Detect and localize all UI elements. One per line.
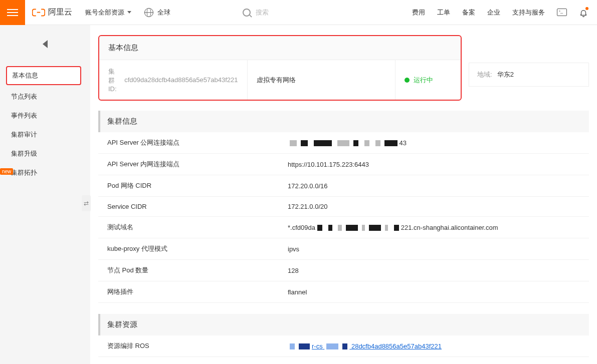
- sidebar-item-topology[interactable]: new 集群拓扑: [0, 163, 90, 182]
- sidebar-item-basic-info[interactable]: 基本信息: [6, 66, 81, 85]
- sidebar-item-node-list[interactable]: 节点列表: [0, 87, 90, 106]
- cluster-id-cell: 集群ID: cfd09da28dcfb4ad8856a5e57ab43f221: [99, 60, 248, 100]
- new-badge: new: [0, 168, 13, 175]
- menu-toggle[interactable]: [0, 0, 25, 25]
- network-type-cell: 虚拟专有网络: [248, 60, 396, 100]
- search-icon: [243, 9, 251, 17]
- row-kube-proxy: kube-proxy 代理模式ipvs: [98, 238, 589, 260]
- cluster-resources-title: 集群资源: [98, 314, 589, 335]
- cluster-info-section: 集群信息 API Server 公网连接端点 43 API Server 内网连…: [98, 111, 589, 303]
- status-dot-icon: [405, 78, 410, 83]
- sidebar-item-event-list[interactable]: 事件列表: [0, 106, 90, 125]
- row-service-cidr: Service CIDR172.21.0.0/20: [98, 197, 589, 217]
- status-cell: 运行中: [395, 60, 461, 100]
- chevron-down-icon: [127, 11, 131, 14]
- region-selector[interactable]: 全球: [137, 8, 177, 17]
- region-box: 地域: 华东2: [469, 63, 589, 87]
- sidebar-item-audit[interactable]: 集群审计: [0, 125, 90, 144]
- notification-dot: [585, 7, 588, 10]
- row-test-domain: 测试域名 *.cfd09da 221.cn-shanghai.alicontai…: [98, 217, 589, 238]
- logo[interactable]: 阿里云: [25, 6, 79, 19]
- sidebar-collapse[interactable]: ⇄: [82, 195, 91, 211]
- logo-text: 阿里云: [48, 7, 72, 18]
- row-public-endpoint: API Server 公网连接端点 43: [98, 132, 589, 154]
- logo-icon: [32, 6, 45, 19]
- row-internal-endpoint: API Server 内网连接端点https://10.101.175.223:…: [98, 154, 589, 175]
- row-network-plugin: 网络插件flannel: [98, 281, 589, 303]
- nav-cost[interactable]: 费用: [412, 8, 425, 17]
- svg-rect-0: [37, 12, 41, 13]
- account-scope-dropdown[interactable]: 账号全部资源: [79, 8, 137, 17]
- search-input[interactable]: [256, 9, 356, 16]
- notifications-icon[interactable]: [579, 9, 587, 17]
- back-button[interactable]: [0, 40, 90, 66]
- basic-info-card: 基本信息 集群ID: cfd09da28dcfb4ad8856a5e57ab43…: [98, 35, 462, 101]
- row-ros: 资源编排 ROS r-cs 28dcfb4ad8856a5e57ab43f221: [98, 335, 589, 357]
- sidebar-item-upgrade[interactable]: 集群升级: [0, 144, 90, 163]
- row-vpc: 虚拟专有网络 VPC 9moq1: [98, 357, 589, 364]
- chevron-left-icon: [43, 40, 48, 48]
- basic-info-title: 基本信息: [99, 36, 461, 60]
- cluster-info-title: 集群信息: [98, 111, 589, 132]
- row-pod-cidr: Pod 网络 CIDR172.20.0.0/16: [98, 175, 589, 197]
- nav-ticket[interactable]: 工单: [437, 8, 450, 17]
- nav-support[interactable]: 支持与服务: [512, 8, 545, 17]
- globe-icon: [144, 8, 153, 17]
- cloudshell-icon[interactable]: [557, 9, 567, 16]
- row-node-pod-count: 节点 Pod 数量128: [98, 260, 589, 281]
- link-ros[interactable]: r-cs 28dcfb4ad8856a5e57ab43f221: [288, 342, 442, 350]
- cluster-resources-section: 集群资源 资源编排 ROS r-cs 28dcfb4ad8856a5e57ab4…: [98, 314, 589, 364]
- nav-enterprise[interactable]: 企业: [487, 8, 500, 17]
- nav-icp[interactable]: 备案: [462, 8, 475, 17]
- sidebar: 基本信息 节点列表 事件列表 集群审计 集群升级 new 集群拓扑: [0, 25, 90, 364]
